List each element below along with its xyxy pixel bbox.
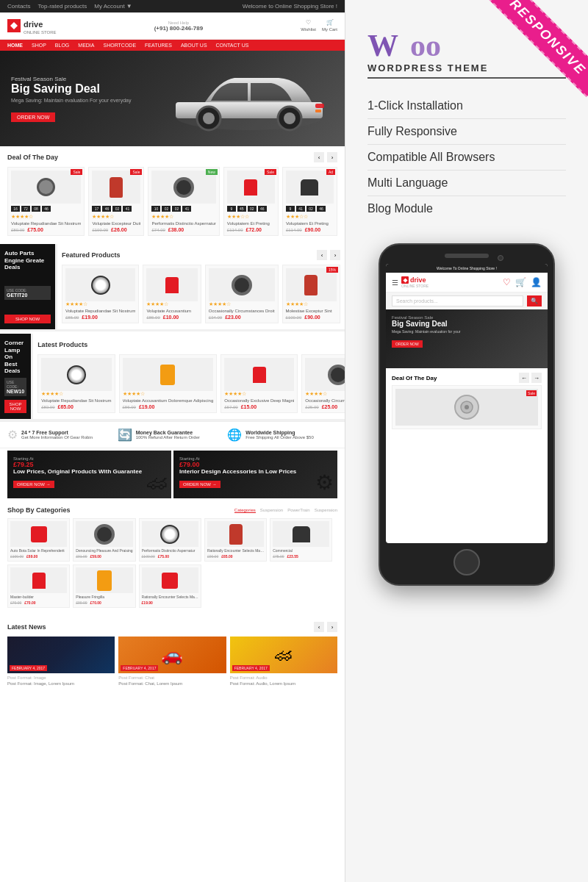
hero-text: Festival Season Sale Big Saving Deal Meg… (11, 76, 131, 122)
phone-heart-icon: ♡ (503, 277, 511, 287)
cat-tabs: Categories Suspension PowerTrain Suspens… (234, 508, 337, 513)
news-next-button[interactable]: › (327, 622, 337, 632)
cat-product: Denouncing Pleasure And Praising£91.00£5… (73, 518, 135, 562)
cat-product: Rationally Encounter Selects Magni£90.00… (204, 518, 267, 562)
nav-shop[interactable]: SHOP (32, 43, 46, 48)
refund-icon: 🔄 (118, 428, 132, 442)
nav-home[interactable]: HOME (7, 43, 23, 48)
wishlist-icon[interactable]: ♡Wishlist (301, 19, 316, 32)
top-bar: Contacts Top-rated products My Account ▼… (0, 0, 345, 12)
cat-products-grid: Auto Bota Solar In Reprehenderit£100.00£… (7, 518, 337, 608)
featured-area: Featured Products ‹ › ★★★★☆ Voluptate Re… (57, 244, 345, 329)
promo-order-button-1[interactable]: ORDER NOW → (13, 481, 54, 488)
news-date: FEBRUARY 4, 2017 (10, 665, 47, 671)
logo-name: drive (24, 20, 43, 29)
phone-product-image: Sale (395, 389, 538, 426)
cart-icon[interactable]: 🛒My Cart (322, 19, 337, 32)
deal-prev-button[interactable]: ‹ (314, 152, 324, 162)
news-prev-button[interactable]: ‹ (314, 622, 324, 632)
phone-screen: Welcome To Online Shopping Store ! ☰ (386, 264, 548, 543)
my-account-link[interactable]: My Account ▼ (94, 3, 132, 10)
deal-product-1: Sale 16720846 ★★★★☆ Voluptate Repudianda… (7, 167, 85, 236)
site-nav: HOME SHOP BLOG MEDIA SHORTCODE FEATURES … (0, 40, 345, 51)
website-preview: Contacts Top-rated products My Account ▼… (0, 0, 345, 882)
latest-discount-code: USE CODE: NEW10 (4, 378, 26, 396)
featured-next-button[interactable]: › (330, 250, 340, 260)
hero-order-button[interactable]: ORDER NOW (11, 112, 55, 122)
phone-home-button[interactable] (453, 549, 480, 576)
phone-hero-button[interactable]: ORDER NOW (392, 340, 423, 348)
nav-about[interactable]: ABOUT US (181, 43, 207, 48)
right-panel: RESPONSIVE W oo WORDPRESS THEME 1-Click … (345, 0, 588, 882)
site-header: drive ONLINE STORE Need Help (+91) 800-2… (0, 12, 345, 40)
phone-nav-icons: ♡ 🛒 👤 (503, 277, 542, 287)
promo-banner-1: Starting At £79.25 Low Prices, Original … (7, 451, 171, 498)
deal-product-3: New 10020241 ★★★★☆ Performatis Distincti… (148, 167, 219, 236)
cat-product: Pleasure Fringilla£90.00£70.00 (73, 564, 135, 608)
nav-contact[interactable]: CONTACT US (216, 43, 249, 48)
new-badge: New (206, 169, 218, 175)
nav-shortcode[interactable]: SHORTCODE (103, 43, 136, 48)
responsive-badge: RESPONSIVE (470, 0, 588, 118)
featured-product-3: ★★★★☆ Occasionally Circumstances Droit £… (205, 265, 279, 323)
header-contact: Need Help (+91) 800-246-789 (154, 21, 204, 32)
phone-mockup: Welcome To Online Shopping Store ! ☰ (379, 243, 555, 586)
deal-next-button[interactable]: › (327, 152, 337, 162)
phone-deal-next[interactable]: → (531, 373, 542, 383)
support-icon: ⚙ (7, 428, 18, 442)
latest-products-row: ★★★★☆ Voluptate Repudiandae Sit Nostrum … (37, 354, 345, 413)
featured-prev-button[interactable]: ‹ (317, 250, 327, 260)
discount-code: USE CODE: GETIT20 (4, 286, 51, 300)
latest-shop-now-button[interactable]: SHOP NOW (4, 400, 26, 413)
news-card-1: FEBRUARY 4, 2017 Post Format: Image Post… (7, 637, 115, 686)
banner-title: Auto Parts Engine Greate Deals (4, 250, 51, 271)
cat-tab-suspension2[interactable]: Suspension (315, 508, 337, 513)
nav-features[interactable]: FEATURES (145, 43, 172, 48)
latest-area: Latest Products ‹ › ★★★★☆ Voluptate Repu… (33, 334, 345, 419)
featured-title: Featured Products (62, 251, 121, 259)
product-name: Voluptatem Et Preting (227, 221, 275, 226)
news-row: FEBRUARY 4, 2017 Post Format: Image Post… (7, 637, 337, 686)
svg-rect-7 (315, 104, 324, 108)
phone-search-button[interactable]: 🔍 (527, 295, 542, 306)
phone-search-bar: Search products... (392, 295, 523, 306)
phone-search: Search products... 🔍 (386, 293, 548, 309)
nav-media[interactable]: MEDIA (78, 43, 94, 48)
cat-tab-powertrain[interactable]: PowerTrain (287, 508, 309, 513)
featured-product-2: ★★★★☆ Voluptate Accusantium £86.00£10.00 (143, 265, 201, 323)
promo-order-button-2[interactable]: ORDER NOW → (179, 481, 220, 488)
phone-deal-header: Deal Of The Day ← → (386, 368, 548, 385)
contacts-link[interactable]: Contacts (7, 3, 31, 10)
news-section: Latest News ‹ › FEBRUARY 4, 2017 Post Fo… (0, 616, 345, 692)
deal-products-row: Sale 16720846 ★★★★☆ Voluptate Repudianda… (7, 167, 337, 236)
svg-point-4 (203, 112, 215, 124)
top-rated-link[interactable]: Top-rated products (38, 3, 87, 10)
phone-deal-prev[interactable]: ← (519, 373, 529, 383)
promo-banner-2: Starting At £79.00 Interior Design Acces… (173, 451, 337, 498)
phone-speaker (445, 254, 489, 258)
categories-title: Shop By Categories (7, 506, 71, 514)
phone-product-1: Sale (392, 385, 542, 429)
logo-sub: ONLINE STORE (24, 30, 57, 35)
cat-tab-suspension[interactable]: Suspension (260, 508, 283, 513)
deal-product-4: Sale 9450246 ★★★☆☆ Voluptatem Et Preting… (223, 167, 279, 236)
cat-product: Auto Bota Solar In Reprehenderit£100.00£… (7, 518, 70, 562)
shop-now-button[interactable]: SHOP NOW (4, 315, 51, 323)
cat-tab-categories[interactable]: Categories (234, 508, 256, 513)
news-date: FEBRUARY 4, 2017 (232, 665, 270, 671)
deal-title: Deal Of The Day (7, 154, 58, 161)
feature-3: Compatible All Browsers (368, 145, 566, 171)
sale-badge: Sale (71, 169, 82, 175)
cat-product: Master-builder£70.00£70.00 (7, 564, 70, 608)
hero-small-title: Festival Season Sale (11, 76, 131, 82)
phone-user-icon: 👤 (531, 277, 542, 287)
feature-2: Fully Responsive (368, 119, 566, 145)
hero-car-image (168, 62, 330, 143)
sale-badge: Ad (326, 169, 335, 175)
latest-product-3: ★★★★☆ Occasionally Exclusive Deep Magni … (220, 354, 298, 413)
cat-product: Commercial£75.00£23.55 (270, 518, 332, 562)
latest-product-4: ★★★★☆ Occasionally Circumstances Dour £2… (301, 354, 345, 413)
nav-blog[interactable]: BLOG (55, 43, 69, 48)
news-title: Latest News (7, 623, 46, 631)
svg-marker-0 (10, 22, 18, 29)
